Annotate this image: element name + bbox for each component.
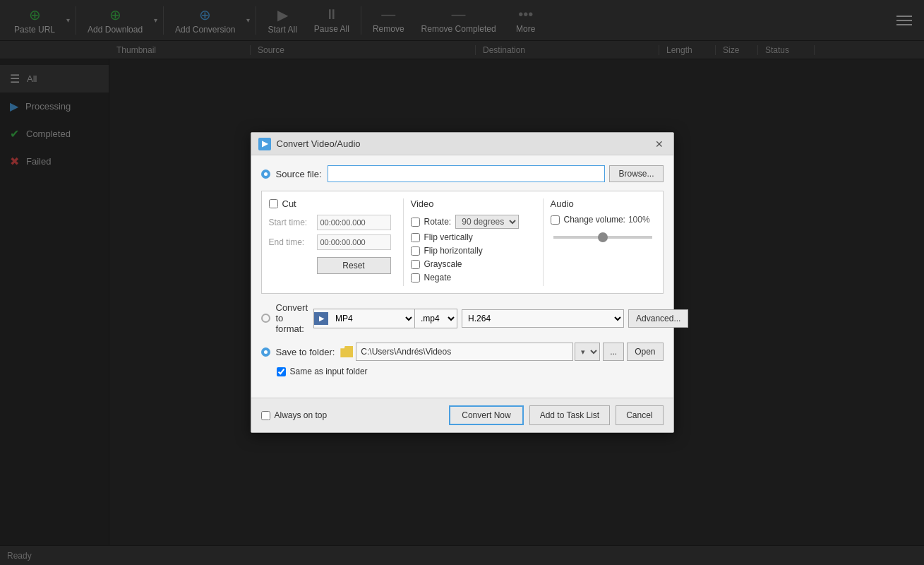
rotate-row: Rotate: 90 degrees — [411, 215, 536, 229]
always-on-top-checkbox[interactable] — [261, 411, 270, 420]
end-time-input[interactable] — [317, 234, 391, 250]
video-section: Video Rotate: 90 degrees Flip vertically — [403, 198, 536, 286]
reset-button[interactable]: Reset — [317, 257, 391, 274]
format-label: Convert to format: — [276, 302, 308, 334]
flip-horizontally-label: Flip horizontally — [424, 246, 483, 256]
change-volume-row: Change volume: 100% — [551, 215, 656, 225]
rotate-checkbox[interactable] — [411, 218, 420, 227]
start-time-input[interactable] — [317, 215, 391, 230]
modal-close-button[interactable]: ✕ — [652, 137, 666, 151]
folder-row: Save to folder: ▾ ... Open — [261, 343, 664, 361]
always-on-top-label: Always on top — [275, 410, 328, 420]
codec-select[interactable]: H.264 — [462, 309, 624, 328]
flip-vertically-label: Flip vertically — [424, 232, 473, 242]
cut-checkbox[interactable] — [269, 199, 278, 208]
grayscale-checkbox[interactable] — [411, 260, 420, 269]
format-main-select[interactable]: MP4 — [330, 309, 414, 328]
grayscale-row: Grayscale — [411, 259, 536, 269]
modal-overlay: ▶ Convert Video/Audio ✕ Source file: Bro… — [0, 0, 924, 565]
flip-vertically-checkbox[interactable] — [411, 233, 420, 242]
volume-pct-label: 100% — [628, 215, 650, 225]
start-time-row: Start time: — [269, 215, 396, 230]
format-radio[interactable] — [261, 314, 270, 323]
source-radio[interactable] — [261, 170, 270, 179]
cut-header: Cut — [269, 198, 396, 209]
folder-dropdown[interactable]: ▾ — [575, 343, 600, 361]
degrees-select[interactable]: 90 degrees — [455, 215, 519, 229]
bottom-buttons: Convert Now Add to Task List Cancel — [449, 405, 663, 425]
modal-title: Convert Video/Audio — [277, 138, 652, 149]
modal-body: Source file: Browse... Cut Start time: — [251, 155, 673, 398]
audio-section-title: Audio — [551, 198, 656, 209]
volume-slider-container — [551, 230, 656, 241]
convert-now-button[interactable]: Convert Now — [449, 405, 523, 425]
volume-slider[interactable] — [553, 236, 652, 239]
video-section-title: Video — [411, 198, 536, 209]
negate-row: Negate — [411, 273, 536, 282]
audio-section: Audio Change volume: 100% — [543, 198, 656, 286]
advanced-button[interactable]: Advanced... — [628, 309, 688, 328]
browse-button[interactable]: Browse... — [609, 165, 663, 182]
flip-vertically-row: Flip vertically — [411, 232, 536, 242]
cancel-button[interactable]: Cancel — [616, 405, 663, 425]
negate-checkbox[interactable] — [411, 273, 420, 282]
same-folder-row: Same as input folder — [277, 367, 664, 376]
same-folder-label: Same as input folder — [290, 367, 368, 376]
folder-label: Save to folder: — [276, 347, 335, 357]
modal-titlebar: ▶ Convert Video/Audio ✕ — [251, 133, 673, 155]
format-select-group: ▶ MP4 .mp4 H.264 Advanced... — [313, 309, 688, 328]
dots-button[interactable]: ... — [603, 343, 624, 361]
cut-section: Cut Start time: End time: Reset — [269, 198, 396, 286]
rotate-label: Rotate: — [424, 217, 452, 227]
open-button[interactable]: Open — [627, 343, 663, 361]
negate-label: Negate — [424, 273, 452, 282]
change-volume-checkbox[interactable] — [551, 215, 560, 225]
flip-horizontally-checkbox[interactable] — [411, 246, 420, 256]
source-file-label: Source file: — [276, 169, 322, 179]
modal-icon: ▶ — [258, 138, 271, 150]
options-section: Cut Start time: End time: Reset Video — [261, 191, 664, 294]
convert-dialog: ▶ Convert Video/Audio ✕ Source file: Bro… — [251, 132, 674, 433]
always-on-top-row: Always on top — [261, 410, 328, 420]
folder-path-input[interactable] — [356, 343, 573, 361]
modal-bottom: Always on top Convert Now Add to Task Li… — [251, 398, 673, 432]
source-file-row: Source file: Browse... — [261, 165, 664, 182]
end-time-label: End time: — [269, 237, 317, 247]
format-row: Convert to format: ▶ MP4 .mp4 H.264 — [261, 302, 664, 334]
folder-icon — [340, 346, 353, 357]
source-file-input[interactable] — [328, 165, 606, 182]
folder-radio[interactable] — [261, 347, 270, 357]
format-icon: ▶ — [314, 312, 328, 325]
format-ext-select[interactable]: .mp4 — [414, 309, 457, 328]
same-folder-checkbox[interactable] — [277, 367, 286, 376]
cut-label: Cut — [282, 198, 296, 209]
start-time-label: Start time: — [269, 218, 317, 227]
add-to-task-button[interactable]: Add to Task List — [529, 405, 611, 425]
end-time-row: End time: — [269, 234, 396, 250]
change-volume-label: Change volume: — [564, 215, 625, 225]
grayscale-label: Grayscale — [424, 259, 462, 269]
flip-horizontally-row: Flip horizontally — [411, 246, 536, 256]
